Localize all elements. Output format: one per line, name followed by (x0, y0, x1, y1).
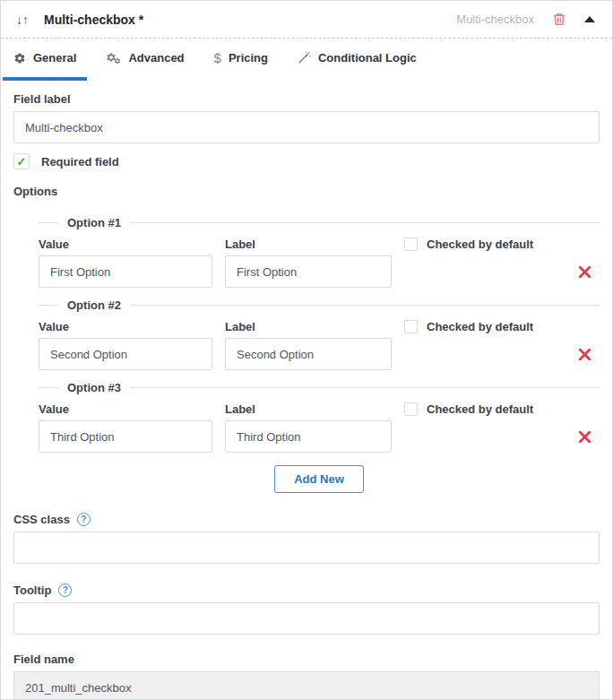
label-label: Label (225, 238, 392, 251)
label-label: Label (225, 320, 392, 333)
option-group: Option #2 Value Label Checked by default (39, 298, 600, 370)
option-value-input[interactable] (39, 420, 212, 453)
checked-by-default-row: Checked by default (404, 238, 600, 251)
legend-line (39, 222, 58, 223)
css-class-label: CSS class (13, 513, 70, 526)
legend-line (39, 387, 58, 388)
triangle-up (584, 16, 595, 22)
tab-label: Advanced (128, 51, 184, 65)
option-group: Option #1 Value Label Checked by default (39, 216, 600, 288)
dollar-icon: $ (214, 51, 221, 65)
add-new-row: Add New (39, 465, 600, 493)
tab-pricing[interactable]: $ Pricing (203, 39, 279, 81)
option-legend: Option #2 (58, 298, 130, 312)
option-legend-row: Option #3 (39, 381, 600, 394)
legend-line (130, 387, 600, 388)
checked-by-default-label: Checked by default (427, 402, 533, 416)
value-label: Value (39, 238, 212, 251)
add-new-button[interactable]: Add New (274, 465, 364, 493)
required-field-row: ✓ Required field (13, 153, 600, 169)
value-label: Value (39, 320, 212, 333)
tab-label: Conditional Logic (318, 51, 417, 65)
help-icon[interactable]: ? (77, 513, 91, 526)
legend-line (130, 305, 600, 306)
drag-reorder-icon[interactable]: ↓↑ (16, 13, 29, 26)
required-field-label: Required field (41, 155, 119, 169)
option-legend: Option #1 (58, 216, 130, 229)
css-class-input[interactable] (13, 531, 600, 564)
field-name-label: Field name (13, 652, 74, 666)
label-label: Label (225, 402, 392, 416)
css-class-section: CSS class ? (13, 513, 600, 564)
field-label-input[interactable] (13, 111, 600, 143)
checked-by-default-label: Checked by default (427, 320, 533, 333)
field-label-label: Field label (13, 92, 600, 106)
collapse-arrow-icon[interactable] (583, 13, 597, 26)
option-group: Option #3 Value Label Checked by default (39, 381, 600, 453)
field-name-section: Field name (13, 652, 600, 700)
general-tab-panel: Field label ✓ Required field Options Opt… (1, 81, 612, 700)
delete-option-icon[interactable] (579, 266, 600, 278)
option-legend: Option #3 (58, 381, 130, 394)
magic-wand-icon (298, 51, 311, 65)
field-type-label: Multi-checkbox (456, 13, 534, 26)
checked-by-default-label: Checked by default (427, 238, 533, 251)
legend-line (130, 222, 600, 223)
option-legend-row: Option #2 (39, 298, 600, 312)
field-settings-panel: ↓↑ Multi-checkbox * Multi-checkbox Gener… (0, 0, 613, 700)
checked-by-default-row: Checked by default (404, 402, 600, 416)
checked-by-default-checkbox[interactable] (404, 238, 418, 251)
option-label-input[interactable] (225, 338, 392, 370)
tab-general[interactable]: General (3, 39, 87, 81)
option-value-input[interactable] (39, 255, 212, 288)
value-label: Value (39, 402, 212, 416)
option-label-input[interactable] (225, 420, 392, 453)
gears-icon (106, 52, 121, 65)
help-icon[interactable]: ? (58, 583, 72, 597)
tab-label: Pricing (229, 51, 268, 65)
settings-tabs: General Advanced $ Pricing (1, 39, 612, 81)
checked-by-default-row: Checked by default (404, 320, 600, 333)
options-label: Options (13, 185, 600, 198)
tooltip-input[interactable] (13, 602, 600, 635)
tab-conditional-logic[interactable]: Conditional Logic (287, 39, 427, 81)
legend-line (39, 305, 58, 306)
trash-icon[interactable] (552, 12, 566, 27)
field-title: Multi-checkbox * (44, 13, 143, 27)
tab-advanced[interactable]: Advanced (95, 39, 194, 81)
checked-by-default-checkbox[interactable] (404, 402, 418, 416)
checked-by-default-checkbox[interactable] (404, 320, 418, 333)
required-checkbox[interactable]: ✓ (13, 153, 30, 169)
field-name-input (13, 671, 600, 700)
tooltip-section: Tooltip ? (13, 583, 600, 635)
option-value-input[interactable] (39, 338, 212, 370)
delete-option-icon[interactable] (579, 431, 600, 443)
gear-icon (13, 52, 26, 65)
option-label-input[interactable] (225, 255, 392, 288)
field-header: ↓↑ Multi-checkbox * Multi-checkbox (1, 1, 612, 39)
tab-label: General (33, 51, 76, 65)
options-list: Option #1 Value Label Checked by default (39, 216, 600, 493)
delete-option-icon[interactable] (579, 349, 600, 360)
tooltip-label: Tooltip (13, 583, 51, 597)
check-icon: ✓ (17, 156, 27, 168)
option-legend-row: Option #1 (39, 216, 600, 229)
